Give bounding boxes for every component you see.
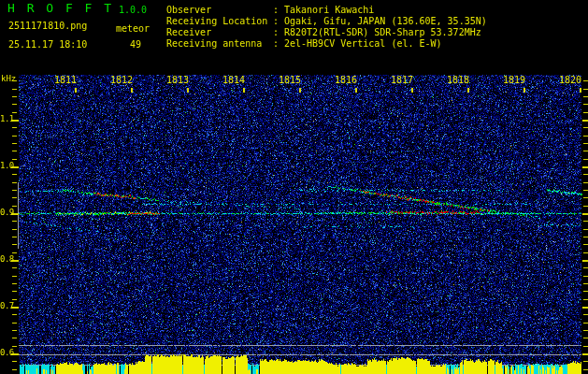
y-axis-unit: kHz xyxy=(1,74,16,83)
info-row-observer: Observer : Takanori Kawachi xyxy=(166,5,487,16)
spectrogram-canvas xyxy=(0,0,588,374)
info-row-location: Receiving Location : Ogaki, Gifu, JAPAN … xyxy=(166,16,487,27)
info-label: Receiving antenna xyxy=(166,38,273,50)
info-row-antenna: Receiving antenna : 2el-HB9CV Vertical (… xyxy=(166,38,487,50)
info-label: Receiving Location xyxy=(166,16,273,27)
app-title: H R O F F T xyxy=(7,3,114,13)
info-value: 2el-HB9CV Vertical (el. E-W) xyxy=(284,38,442,50)
datetime-label: 25.11.17 18:10 xyxy=(8,39,87,50)
info-value: Ogaki, Gifu, JAPAN (136.60E, 35.35N) xyxy=(284,16,487,27)
info-label: Observer xyxy=(166,5,273,16)
mode-label: meteor xyxy=(116,23,150,34)
info-separator: : xyxy=(273,16,284,27)
info-value: Takanori Kawachi xyxy=(284,5,374,16)
observation-info-panel: Observer : Takanori Kawachi Receiving Lo… xyxy=(166,5,487,50)
echo-count: 49 xyxy=(130,39,141,50)
info-value: R820T2(RTL-SDR) SDR-Sharp 53.372MHz xyxy=(284,27,481,38)
hrofft-window: H R O F F T 1.0.0 2511171810.png meteor … xyxy=(0,0,588,374)
output-filename: 2511171810.png xyxy=(8,21,87,31)
app-version: 1.0.0 xyxy=(119,5,147,15)
info-separator: : xyxy=(273,38,284,50)
info-separator: : xyxy=(273,5,284,16)
info-separator: : xyxy=(273,27,284,38)
info-row-receiver: Receiver : R820T2(RTL-SDR) SDR-Sharp 53.… xyxy=(166,27,487,38)
info-label: Receiver xyxy=(166,27,273,38)
